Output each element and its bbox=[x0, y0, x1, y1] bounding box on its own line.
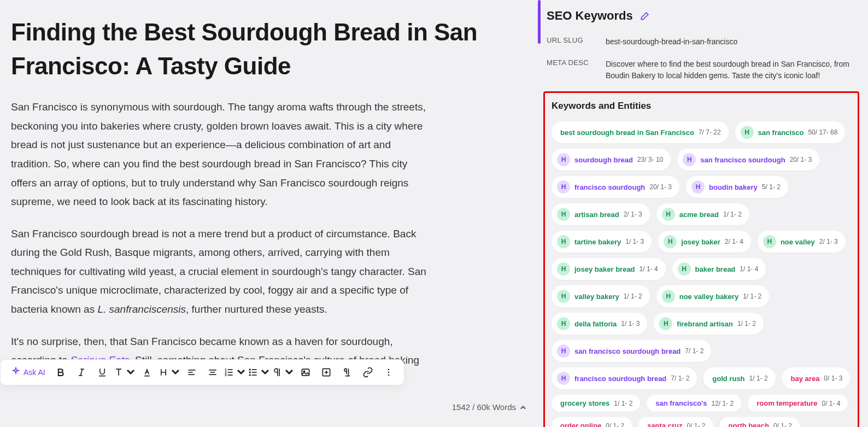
keyword-chip[interactable]: Hjosey baker2/ 1- 4 bbox=[658, 231, 751, 253]
heading-badge: H bbox=[678, 262, 691, 276]
keyword-chip[interactable]: order online0/ 1- 2 bbox=[552, 417, 632, 427]
keyword-name: san francisco sourdough bread bbox=[574, 347, 681, 355]
pilcrow-rtl-icon bbox=[342, 367, 353, 378]
keyword-stats: 7/ 7- 22 bbox=[699, 128, 721, 136]
paragraph-button[interactable] bbox=[272, 362, 295, 382]
keyword-chip[interactable]: san francisco's12/ 1- 2 bbox=[647, 395, 741, 412]
keyword-chip[interactable]: Hfrancisco sourdough20/ 1- 3 bbox=[552, 176, 679, 198]
keyword-chip[interactable]: bay area0/ 1- 3 bbox=[782, 367, 851, 389]
heading-badge: H bbox=[557, 290, 570, 303]
align-center-button[interactable] bbox=[203, 362, 222, 382]
link-button[interactable] bbox=[358, 362, 378, 382]
text-format-button[interactable] bbox=[113, 362, 136, 382]
keyword-chip[interactable]: Hbaker bread1/ 1- 4 bbox=[672, 258, 766, 280]
keyword-stats: 2/ 1- 3 bbox=[624, 210, 642, 218]
ordered-list-button[interactable]: 123 bbox=[224, 362, 247, 382]
keyword-chip[interactable]: north beach0/ 1- 2 bbox=[720, 417, 800, 427]
chevron-up-icon bbox=[519, 403, 527, 411]
meta-desc-value[interactable]: Discover where to find the best sourdoug… bbox=[606, 59, 856, 81]
keyword-chip[interactable]: room temperature0/ 1- 4 bbox=[748, 395, 848, 412]
meta-desc-label: META DESC bbox=[547, 59, 589, 81]
heading-badge: H bbox=[662, 290, 675, 303]
more-button[interactable] bbox=[379, 362, 398, 382]
insert-button[interactable] bbox=[316, 362, 336, 382]
scroll-indicator[interactable] bbox=[538, 0, 541, 44]
keyword-stats: 1/ 1- 2 bbox=[624, 293, 642, 300]
bullet-list-icon bbox=[248, 367, 259, 378]
keyword-chip[interactable]: Hacme bread1/ 1- 2 bbox=[656, 203, 749, 225]
keyword-stats: 1/ 1- 2 bbox=[614, 400, 632, 407]
paragraph[interactable]: San Francisco sourdough bread is not a m… bbox=[11, 225, 426, 319]
keyword-name: josey baker bread bbox=[574, 265, 635, 273]
edit-icon[interactable] bbox=[640, 10, 650, 21]
keyword-name: firebrand artisan bbox=[677, 320, 733, 328]
heading-badge: H bbox=[741, 126, 754, 139]
word-count[interactable]: 1542 / 60k Words bbox=[452, 402, 527, 412]
editor-pane: Finding the Best Sourdough Bread in San … bbox=[0, 0, 538, 427]
keyword-chip[interactable]: Hnoe valley2/ 1- 3 bbox=[758, 231, 846, 253]
keyword-name: north beach bbox=[729, 422, 769, 427]
keyword-stats: 1/ 1- 4 bbox=[640, 265, 658, 273]
keyword-stats: 0/ 1- 4 bbox=[822, 400, 840, 407]
keyword-chip[interactable]: best sourdough bread in San Francisco7/ … bbox=[552, 121, 729, 143]
heading-badge: H bbox=[557, 344, 570, 358]
url-slug-row: URL SLUG best-sourdough-bread-in-san-fra… bbox=[543, 33, 859, 55]
ordered-list-icon: 123 bbox=[224, 367, 234, 378]
keyword-chip[interactable]: santa cruz0/ 1- 2 bbox=[638, 417, 713, 427]
keyword-chip[interactable]: Hsourdough bread23/ 3- 10 bbox=[552, 149, 671, 171]
keyword-chip[interactable]: gold rush1/ 1- 2 bbox=[703, 367, 775, 389]
keyword-name: noe valley bbox=[781, 238, 815, 246]
ask-ai-button[interactable]: Ask AI bbox=[6, 362, 50, 382]
keyword-stats: 20/ 1- 3 bbox=[649, 183, 672, 191]
article-body[interactable]: San Francisco is synonymous with sourdou… bbox=[11, 98, 527, 389]
text-direction-button[interactable] bbox=[337, 362, 357, 382]
keyword-stats: 1/ 1- 3 bbox=[625, 238, 644, 245]
keyword-stats: 50/ 17- 68 bbox=[808, 128, 837, 136]
keyword-chip[interactable]: Hvalley bakery1/ 1- 2 bbox=[552, 285, 650, 307]
keyword-name: boudin bakery bbox=[709, 183, 758, 191]
keyword-stats: 0/ 1- 2 bbox=[687, 422, 705, 428]
keyword-chip[interactable]: Hsan francisco50/ 17- 68 bbox=[735, 121, 846, 143]
heading-badge: H bbox=[557, 372, 570, 385]
heading-badge: H bbox=[557, 235, 570, 248]
svg-point-29 bbox=[388, 372, 389, 373]
keyword-stats: 1/ 1- 2 bbox=[737, 320, 756, 327]
keyword-chip[interactable]: Hnoe valley bakery1/ 1- 2 bbox=[656, 285, 769, 307]
keyword-chip[interactable]: Hsan francisco sourdough bread7/ 1- 2 bbox=[552, 340, 711, 362]
keyword-stats: 0/ 1- 2 bbox=[773, 422, 792, 428]
plus-square-icon bbox=[321, 367, 332, 378]
keyword-chip[interactable]: Hartisan bread2/ 1- 3 bbox=[552, 203, 650, 225]
keyword-name: bay area bbox=[791, 375, 820, 383]
bullet-list-button[interactable] bbox=[248, 362, 271, 382]
keyword-chip[interactable]: grocery stores1/ 1- 2 bbox=[552, 395, 640, 412]
keyword-chip[interactable]: Htartine bakery1/ 1- 3 bbox=[552, 231, 652, 253]
heading-button[interactable] bbox=[158, 362, 181, 382]
heading-badge: H bbox=[763, 235, 776, 248]
keyword-stats: 23/ 3- 10 bbox=[637, 156, 663, 163]
keyword-name: della fattoria bbox=[574, 320, 617, 328]
keyword-name: francisco sourdough bread bbox=[574, 375, 666, 383]
keyword-chip[interactable]: Hfrancisco sourdough bread7/ 1- 2 bbox=[552, 367, 697, 389]
svg-text:3: 3 bbox=[225, 373, 226, 377]
paragraph[interactable]: San Francisco is synonymous with sourdou… bbox=[11, 98, 426, 211]
underline-button[interactable] bbox=[92, 362, 112, 382]
keyword-chip[interactable]: Hsan francisco sourdough20/ 1- 3 bbox=[677, 149, 819, 171]
image-button[interactable] bbox=[296, 362, 315, 382]
keyword-name: valley bakery bbox=[574, 293, 619, 301]
url-slug-value[interactable]: best-sourdough-bread-in-san-francisco bbox=[606, 36, 856, 48]
align-left-button[interactable] bbox=[182, 362, 202, 382]
keyword-chip[interactable]: Hjosey baker bread1/ 1- 4 bbox=[552, 258, 666, 280]
text-color-button[interactable] bbox=[137, 362, 157, 382]
chevron-down-icon bbox=[236, 367, 247, 378]
heading-badge: H bbox=[557, 208, 570, 221]
keyword-chip[interactable]: Hfirebrand artisan1/ 1- 2 bbox=[654, 313, 764, 335]
seo-header: SEO Keywords bbox=[543, 5, 859, 33]
article-title[interactable]: Finding the Best Sourdough Bread in San … bbox=[11, 15, 527, 83]
keyword-chip[interactable]: Hboudin bakery5/ 1- 2 bbox=[686, 176, 788, 198]
align-left-icon bbox=[186, 367, 197, 378]
align-center-icon bbox=[207, 367, 218, 378]
italic-button[interactable] bbox=[72, 362, 91, 382]
bold-button[interactable] bbox=[51, 362, 71, 382]
keyword-name: best sourdough bread in San Francisco bbox=[560, 128, 694, 137]
keyword-chip[interactable]: Hdella fattoria1/ 1- 3 bbox=[552, 313, 647, 335]
